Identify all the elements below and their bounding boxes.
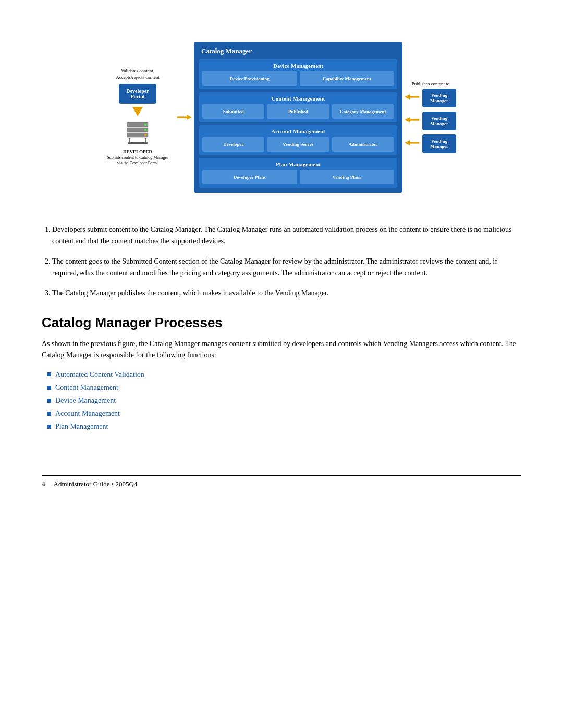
device-management-title: Device Management: [202, 63, 394, 69]
section-heading: Catalog Manager Processes: [42, 315, 521, 331]
svg-point-5: [144, 134, 146, 136]
bullet-square-2: [47, 386, 51, 390]
bullet-item-1[interactable]: Automated Content Validation: [47, 368, 521, 381]
account-management-title: Account Management: [202, 128, 394, 134]
developer-item: Developer: [202, 137, 264, 152]
server-icon: [125, 121, 151, 145]
bullet-square-3: [47, 399, 51, 403]
published-item: Published: [267, 104, 329, 119]
vending-server-item: Vending Server: [267, 137, 329, 152]
vending-manager-box-2: Vending Manager: [422, 112, 456, 130]
device-provisioning-item: Device Provisioning: [202, 71, 297, 86]
numbered-item-1: Developers submit content to the Catalog…: [52, 224, 521, 248]
validates-text: Validates content, Accepts/rejects conte…: [106, 68, 169, 80]
arrow-left-1-icon: [405, 92, 420, 104]
plan-management-items: Developer Plans Vending Plans: [202, 170, 394, 184]
catalog-manager-title: Catalog Manager: [199, 47, 397, 55]
plan-management-title: Plan Management: [202, 161, 394, 167]
bullet-list: Automated Content Validation Content Man…: [42, 368, 521, 434]
bullet-item-4[interactable]: Account Management: [47, 407, 521, 420]
developer-label: DEVELOPER: [123, 149, 152, 154]
numbered-item-3: The Catalog Manager publishes the conten…: [52, 288, 521, 299]
svg-marker-12: [405, 94, 410, 100]
bullet-link-3[interactable]: Device Management: [55, 394, 116, 407]
svg-point-3: [144, 124, 146, 126]
bullet-square-1: [47, 372, 51, 376]
content-management-section: Content Management Submitted Published C…: [199, 92, 397, 122]
intro-text: As shown in the previous figure, the Cat…: [42, 338, 521, 362]
capability-management-item: Capability Management: [300, 71, 395, 86]
numbered-item-2: The content goes to the Submitted Conten…: [52, 256, 521, 279]
arrow-right-to-catalog-icon: [176, 112, 192, 122]
bullet-link-2[interactable]: Content Management: [55, 381, 118, 394]
bullet-item-3[interactable]: Device Management: [47, 394, 521, 407]
vending-plans-item: Vending Plans: [300, 170, 395, 184]
bullet-square-5: [47, 425, 51, 429]
developer-plans-item: Developer Plans: [202, 170, 297, 184]
right-vending-items: Vending Manager Vending Manager: [405, 89, 456, 153]
vending-row-2: Vending Manager: [405, 112, 456, 130]
vending-row-3: Vending Manager: [405, 134, 456, 153]
category-management-item: Category Management: [332, 104, 394, 119]
bullet-link-1[interactable]: Automated Content Validation: [55, 368, 144, 381]
svg-rect-8: [128, 142, 148, 144]
arrow-down-icon: [132, 107, 143, 116]
vending-manager-box-1: Vending Manager: [422, 89, 456, 107]
catalog-manager-box: Catalog Manager Device Management Device…: [194, 42, 402, 193]
content-management-title: Content Management: [202, 95, 394, 102]
bullet-link-5[interactable]: Plan Management: [55, 420, 108, 433]
device-management-section: Device Management Device Provisioning Ca…: [199, 59, 397, 89]
content-management-items: Submitted Published Category Management: [202, 104, 394, 119]
arrow-left-3-icon: [405, 138, 420, 150]
developer-sublabel: Submits content to Catalog Manager via t…: [106, 155, 169, 166]
svg-point-4: [144, 129, 146, 131]
left-side: Validates content, Accepts/rejects conte…: [106, 68, 169, 166]
bullet-link-4[interactable]: Account Management: [55, 407, 120, 420]
bullet-square-4: [47, 412, 51, 416]
svg-marker-10: [187, 115, 192, 120]
administrator-item: Administrator: [332, 137, 394, 152]
diagram-wrapper: Validates content, Accepts/rejects conte…: [106, 42, 457, 193]
device-management-items: Device Provisioning Capability Managemen…: [202, 71, 394, 86]
footer-text: Administrator Guide • 2005Q4: [54, 480, 138, 488]
submitted-item: Submitted: [202, 104, 264, 119]
diagram-container: Validates content, Accepts/rejects conte…: [42, 31, 521, 203]
page-content: Validates content, Accepts/rejects conte…: [42, 31, 521, 488]
footer-page-number: 4: [42, 480, 45, 488]
vending-manager-box-3: Vending Manager: [422, 134, 456, 153]
publishes-text: Publishes content to: [405, 81, 457, 87]
page-footer: 4 Administrator Guide • 2005Q4: [42, 475, 521, 488]
bullet-item-2[interactable]: Content Management: [47, 381, 521, 394]
account-management-items: Developer Vending Server Administrator: [202, 137, 394, 152]
arrow-left-2-icon: [405, 115, 420, 127]
developer-portal-box: Developer Portal: [119, 84, 156, 104]
plan-management-section: Plan Management Developer Plans Vending …: [199, 158, 397, 188]
bullet-item-5[interactable]: Plan Management: [47, 420, 521, 433]
vending-row-1: Vending Manager: [405, 89, 456, 107]
right-column: Publishes content to Vending Manager: [405, 81, 457, 153]
numbered-list: Developers submit content to the Catalog…: [42, 224, 521, 299]
svg-marker-14: [405, 117, 410, 122]
account-management-section: Account Management Developer Vending Ser…: [199, 125, 397, 155]
svg-marker-16: [405, 140, 410, 145]
